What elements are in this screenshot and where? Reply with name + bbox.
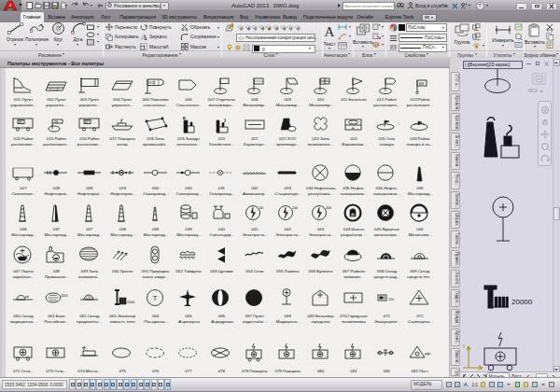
svg-text:400: 400 bbox=[326, 206, 331, 210]
svg-text:Y: Y bbox=[462, 343, 466, 349]
svg-text:ВП: ВП bbox=[85, 120, 89, 124]
svg-text:ВМ: ВМ bbox=[419, 82, 424, 86]
svg-text:Колонна: Колонна bbox=[51, 89, 60, 91]
svg-text:150: 150 bbox=[388, 298, 394, 301]
svg-text:ВП: ВП bbox=[19, 120, 22, 124]
svg-text:ПСО: ПСО bbox=[148, 81, 156, 85]
svg-text:Т: Т bbox=[152, 294, 157, 302]
svg-text:20000: 20000 bbox=[511, 298, 533, 306]
svg-text:дфр: дфр bbox=[425, 352, 430, 356]
svg-text:2000: 2000 bbox=[127, 301, 134, 304]
svg-text:200: 200 bbox=[292, 206, 298, 210]
svg-text:ПБ: ПБ bbox=[54, 120, 58, 124]
svg-text:60: 60 bbox=[259, 206, 263, 210]
svg-text:3000: 3000 bbox=[61, 294, 68, 298]
